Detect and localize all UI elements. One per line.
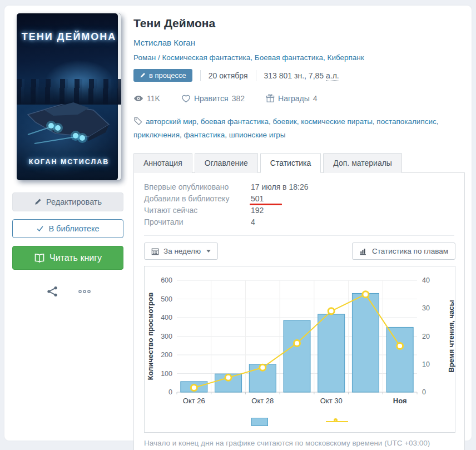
legend-line-swatch[interactable] [326, 421, 348, 422]
reading-time-point[interactable] [294, 340, 300, 347]
author-link[interactable]: Мстислав Коган [133, 38, 195, 47]
tabs: АннотацияОглавлениеСтатистикаДоп. матери… [133, 152, 465, 173]
in-library-button[interactable]: В библиотеке [12, 219, 123, 238]
status-badge[interactable]: в процессе [133, 69, 192, 82]
stat-row: Добавили в библиотеку501 [144, 193, 460, 205]
chapter-stats-button[interactable]: Статистика по главам [352, 243, 455, 260]
stat-row: Впервые опубликовано17 июля в 18:26 [144, 181, 460, 193]
views-bar[interactable] [284, 320, 310, 392]
read-book-button[interactable]: Читать книгу [12, 246, 123, 270]
views-bar[interactable] [318, 314, 345, 392]
separator [256, 70, 256, 81]
reading-time-point[interactable] [397, 343, 403, 349]
left-axis-tick: 500 [161, 295, 172, 303]
chart-legend [145, 411, 455, 432]
book-page-card: ТЕНИ ДЕЙМОНА КОГАН МСТИСЛАВ Редактироват… [4, 6, 472, 441]
divider [144, 235, 454, 236]
right-axis-tick: 20 [422, 333, 430, 340]
edit-button[interactable]: Редактировать [12, 192, 123, 211]
genre-link[interactable]: Роман [133, 53, 156, 62]
stat-label: Добавили в библиотеку [144, 193, 251, 205]
awards-count: 4 [313, 94, 318, 103]
stat-label: Читают сейчас [144, 205, 251, 216]
reading-time-point[interactable] [363, 291, 369, 298]
genre-link[interactable]: Боевая фантастика [255, 53, 323, 62]
tab-оглавление[interactable]: Оглавление [195, 153, 258, 173]
book-size: 313 801 зн., 7,85 а.л. [264, 71, 339, 80]
pencil-icon [140, 72, 146, 78]
left-axis-tick: 300 [161, 333, 172, 340]
gift-icon [266, 94, 275, 103]
eye-icon [133, 95, 143, 102]
chart-container: 0100200300400500600010203040Окт 26Окт 28… [144, 266, 455, 433]
tab-доп-материалы[interactable]: Доп. материалы [323, 153, 402, 173]
right-axis-title: Время чтения, часы [447, 300, 455, 373]
right-axis-tick: 10 [422, 360, 430, 368]
status-badge-label: в процессе [149, 71, 186, 80]
right-axis-tick: 30 [422, 305, 430, 313]
in-library-button-label: В библиотеке [48, 224, 99, 233]
book-size-unit[interactable]: а.л. [326, 71, 339, 81]
genre-link[interactable]: Киберпанк [328, 53, 364, 62]
tab-active-статистика[interactable]: Статистика [260, 153, 321, 173]
left-axis-tick: 100 [161, 370, 172, 378]
tag-links[interactable]: авторский мир, боевая фантастика, боевик… [133, 117, 439, 139]
spaceship-illustration [22, 86, 116, 152]
last-update-date: 20 октября [209, 71, 248, 80]
likes-counter: Нравится 382 [181, 94, 245, 103]
share-icon[interactable] [46, 285, 58, 298]
right-axis-tick: 40 [422, 276, 430, 284]
reading-time-point[interactable] [260, 365, 266, 371]
stat-label: Прочитали [144, 216, 251, 228]
pencil-icon [34, 198, 42, 206]
timezone-note: Начало и конец дня на графике считаются … [144, 439, 460, 447]
chapter-stats-button-label: Статистика по главам [372, 247, 448, 255]
views-bar[interactable] [386, 328, 413, 393]
counters-row: 11K Нравится 382 [133, 94, 465, 103]
statistics-panel: Впервые опубликовано17 июля в 18:26Добав… [133, 173, 465, 450]
right-axis-tick: 0 [422, 388, 426, 396]
heart-icon[interactable] [181, 94, 191, 103]
stat-value: 4 [251, 216, 255, 228]
likes-label[interactable]: Нравится [194, 94, 229, 103]
tab-аннотация[interactable]: Аннотация [133, 153, 192, 173]
publication-stats: Впервые опубликовано17 июля в 18:26Добав… [144, 181, 460, 228]
left-axis-title: Количество просмотров [146, 293, 155, 380]
x-axis-label: Окт 26 [183, 397, 205, 405]
stat-row: Прочитали4 [144, 216, 460, 228]
left-axis-tick: 200 [161, 351, 172, 359]
bar-chart-icon [359, 248, 368, 255]
period-dropdown-label: За неделю [163, 247, 201, 255]
views-count: 11K [147, 94, 160, 103]
share-actions-row [12, 285, 126, 298]
more-options-icon[interactable] [77, 285, 92, 298]
separator [200, 70, 201, 81]
book-cover[interactable]: ТЕНИ ДЕЙМОНА КОГАН МСТИСЛАВ [17, 13, 121, 180]
reading-time-point[interactable] [328, 308, 334, 314]
genre-line: Роман / Космическая фантастика, Боевая ф… [133, 53, 465, 62]
legend-bar-swatch[interactable] [251, 418, 268, 426]
chart-controls-row: За неделю Статистика по главам [144, 243, 460, 260]
reading-time-point[interactable] [225, 375, 231, 381]
cover-author-text: КОГАН МСТИСЛАВ [17, 158, 121, 166]
main-content: Тени Деймона Мстислав Коган Роман / Косм… [133, 13, 465, 450]
chevron-down-icon [206, 250, 211, 253]
legend-line-marker [334, 418, 338, 422]
awards-counter: Награды 4 [266, 94, 318, 103]
period-dropdown[interactable]: За неделю [144, 243, 218, 260]
book-size-chars: 313 801 зн., 7,85 [264, 71, 324, 80]
views-counter: 11K [133, 94, 160, 103]
likes-count: 382 [232, 94, 245, 103]
page-title: Тени Деймона [133, 17, 465, 30]
left-axis-tick: 600 [161, 276, 172, 284]
stat-row: Читают сейчас192 [144, 205, 460, 216]
reading-time-point[interactable] [191, 385, 197, 391]
left-column: ТЕНИ ДЕЙМОНА КОГАН МСТИСЛАВ Редактироват… [12, 13, 126, 298]
edit-button-label: Редактировать [46, 197, 102, 206]
stat-value: 192 [251, 205, 264, 216]
stat-label: Впервые опубликовано [144, 181, 251, 193]
tag-icon [133, 116, 142, 125]
awards-label[interactable]: Награды [278, 94, 310, 103]
cover-title-text: ТЕНИ ДЕЙМОНА [17, 31, 121, 43]
genre-link[interactable]: Космическая фантастика [162, 53, 250, 62]
